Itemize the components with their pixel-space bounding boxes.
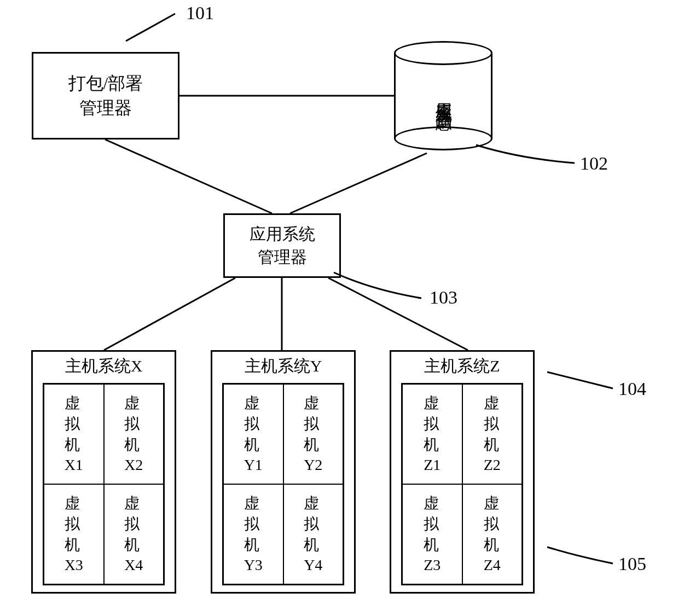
host-system-y: 主机系统Y 虚拟机Y1 虚拟机Y2 虚拟机Y3 虚拟机Y4 <box>211 350 356 594</box>
svg-line-4 <box>104 278 235 350</box>
callout-103: 103 <box>430 287 457 308</box>
host-y-title: 主机系统Y <box>212 352 354 383</box>
callout-105: 105 <box>618 554 646 574</box>
product-info-col1: 应用系统 <box>432 89 455 94</box>
vm-cell: 虚拟机Z1 <box>402 384 462 484</box>
app-manager-line2: 管理器 <box>250 246 315 269</box>
host-x-title: 主机系统X <box>33 352 175 383</box>
product-info-database: 应用系统 产品信息 <box>394 41 492 150</box>
vm-cell: 虚拟机Z3 <box>402 484 462 584</box>
vm-cell: 虚拟机Y3 <box>223 484 283 584</box>
vm-cell: 虚拟机Z4 <box>462 484 523 584</box>
host-system-z: 主机系统Z 虚拟机Z1 虚拟机Z2 虚拟机Z3 虚拟机Z4 <box>390 350 535 594</box>
vm-cell: 虚拟机X4 <box>104 484 164 584</box>
app-manager-line1: 应用系统 <box>250 223 315 246</box>
vm-cell: 虚拟机Y1 <box>223 384 283 484</box>
host-z-title: 主机系统Z <box>391 352 533 383</box>
callout-104: 104 <box>618 379 646 399</box>
host-z-vm-grid: 虚拟机Z1 虚拟机Z2 虚拟机Z3 虚拟机Z4 <box>401 383 523 585</box>
callout-102: 102 <box>580 153 608 174</box>
host-x-vm-grid: 虚拟机X1 虚拟机X2 虚拟机X3 虚拟机X4 <box>43 383 165 585</box>
svg-line-0 <box>126 14 175 41</box>
svg-line-2 <box>105 140 272 213</box>
vm-cell: 虚拟机Y2 <box>283 384 344 484</box>
app-system-manager: 应用系统 管理器 <box>223 213 341 278</box>
callout-101: 101 <box>186 3 214 24</box>
vm-cell: 虚拟机Y4 <box>283 484 344 584</box>
vm-cell: 虚拟机X1 <box>44 384 104 484</box>
package-manager-line1: 打包/部署 <box>68 71 143 96</box>
package-deploy-manager: 打包/部署 管理器 <box>32 52 179 140</box>
vm-cell: 虚拟机Z2 <box>462 384 523 484</box>
vm-cell: 虚拟机X3 <box>44 484 104 584</box>
vm-cell: 虚拟机X2 <box>104 384 164 484</box>
package-manager-line2: 管理器 <box>68 96 143 120</box>
host-y-vm-grid: 虚拟机Y1 虚拟机Y2 虚拟机Y3 虚拟机Y4 <box>222 383 344 585</box>
host-system-x: 主机系统X 虚拟机X1 虚拟机X2 虚拟机X3 虚拟机X4 <box>31 350 176 594</box>
product-info-col2: 产品信息 <box>432 98 455 102</box>
svg-line-3 <box>290 153 427 213</box>
